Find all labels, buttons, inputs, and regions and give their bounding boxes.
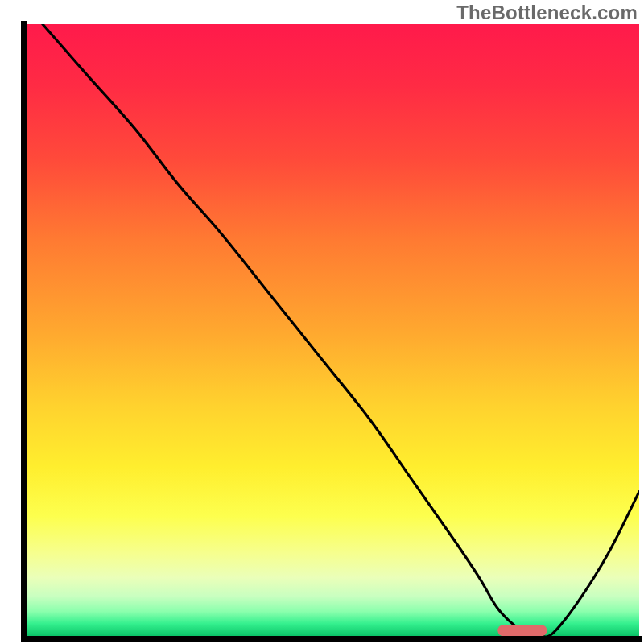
bottleneck-chart bbox=[0, 0, 644, 644]
chart-container: TheBottleneck.com bbox=[0, 0, 644, 644]
gradient-background bbox=[24, 24, 639, 639]
bottom-marker bbox=[497, 625, 547, 636]
watermark-text: TheBottleneck.com bbox=[456, 2, 638, 24]
plot-area bbox=[24, 24, 639, 639]
